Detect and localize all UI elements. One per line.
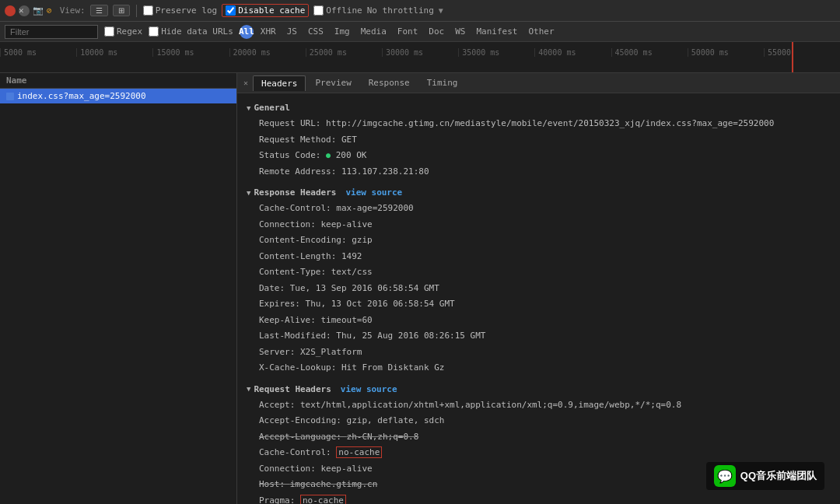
timeline-marker-5: 30000 ms: [382, 48, 458, 57]
no-throttling-text: No throttling: [367, 5, 434, 16]
status-code-key: Status Code:: [259, 150, 326, 160]
resp-content-encoding: Content-Encoding: gzip: [247, 233, 831, 249]
file-list: Name index.css?max_age=2592000: [0, 73, 237, 504]
req-cache-control: Cache-Control: no-cache: [247, 445, 831, 461]
remote-address-key: Remote Address:: [259, 166, 341, 177]
resp-keep-alive: Keep-Alive: timeout=60: [247, 313, 831, 329]
req-accept-encoding-key: Accept-Encoding:: [259, 415, 347, 425]
req-accept-language-val: zh-CN,zh;q=0.8: [347, 432, 419, 442]
clear-icon[interactable]: ✕: [19, 5, 30, 16]
req-cache-control-key: Cache-Control:: [259, 447, 336, 457]
filter-tab-manifest[interactable]: Manifest: [472, 26, 521, 37]
main-area: Name index.css?max_age=2592000 ✕ Headers…: [0, 73, 840, 504]
resp-cache-control-key: Cache-Control:: [259, 203, 336, 213]
req-accept-encoding-val: gzip, deflate, sdch: [347, 415, 445, 425]
tab-timing[interactable]: Timing: [419, 75, 466, 90]
toolbar-separator: [136, 5, 137, 17]
filter-tab-all[interactable]: All: [240, 25, 254, 39]
resp-server: Server: X2S_Platform: [247, 345, 831, 361]
file-icon-0: [6, 93, 14, 100]
filter-tab-doc[interactable]: Doc: [425, 26, 448, 37]
camera-icon[interactable]: 📷: [33, 5, 44, 16]
req-accept-key: Accept:: [259, 400, 300, 410]
disable-cache-checkbox[interactable]: [226, 5, 236, 16]
filter-tab-css[interactable]: CSS: [304, 26, 327, 37]
req-accept-val: text/html,application/xhtml+xml,applicat…: [300, 400, 681, 410]
resp-date-val: Tue, 13 Sep 2016 06:58:54 GMT: [290, 283, 439, 293]
filter-tab-media[interactable]: Media: [357, 26, 390, 37]
section-request-headers-header[interactable]: ▼ Request Headers view source: [247, 381, 831, 397]
section-response-headers-header[interactable]: ▼ Response Headers view source: [247, 184, 831, 201]
resp-content-length: Content-Length: 1492: [247, 249, 831, 265]
tab-preview[interactable]: Preview: [307, 75, 359, 90]
view-label: View:: [60, 5, 86, 16]
offline-checkbox[interactable]: [313, 5, 324, 16]
response-headers-view-source[interactable]: view source: [345, 187, 402, 198]
req-host-val: imgcache.gtimg.cn: [290, 479, 378, 489]
filter-tab-other[interactable]: Other: [524, 26, 558, 37]
request-headers-view-source[interactable]: view source: [341, 384, 397, 394]
hide-data-urls-label[interactable]: Hide data URLs: [149, 26, 233, 37]
filter-tab-js[interactable]: JS: [283, 26, 301, 37]
resp-x-cache-lookup-key: X-Cache-Lookup:: [259, 362, 341, 373]
resp-server-key: Server:: [259, 347, 300, 357]
hide-data-urls-checkbox[interactable]: [149, 26, 159, 37]
req-pragma-val: no-cache: [300, 495, 346, 505]
resp-content-encoding-val: gzip: [352, 235, 373, 245]
offline-label[interactable]: Offline: [313, 5, 362, 16]
filter-bar: Regex Hide data URLs All XHR JS CSS Img …: [0, 22, 840, 42]
resp-content-length-val: 1492: [341, 251, 362, 261]
resp-content-type-key: Content-Type:: [259, 267, 331, 277]
filter-tab-font[interactable]: Font: [394, 26, 422, 37]
general-request-url: Request URL: http://imgcache.gtimg.cn/me…: [247, 116, 831, 132]
watermark: 💬 QQ音乐前端团队: [706, 462, 824, 490]
resp-expires-val: Thu, 13 Oct 2016 06:58:54 GMT: [306, 299, 455, 309]
record-stop-icon[interactable]: [5, 5, 16, 16]
timeline-marker-4: 25000 ms: [306, 48, 382, 57]
watermark-logo: 💬: [714, 465, 736, 487]
req-cache-control-val: no-cache: [336, 446, 382, 458]
req-pragma: Pragma: no-cache: [247, 493, 831, 505]
timeline-marker-8: 45000 ms: [611, 48, 688, 57]
timeline-marker-10: 55000: [764, 48, 840, 57]
toolbar: ✕ 📷 ⊘ View: ☰ ⊞ Preserve log Disable cac…: [0, 0, 840, 22]
resp-content-type-val: text/css: [331, 267, 373, 277]
timeline-red-line: [792, 42, 793, 72]
preserve-log-checkbox[interactable]: [143, 5, 153, 16]
request-method-key: Request Method:: [259, 135, 341, 145]
view-grid-btn[interactable]: ⊞: [113, 5, 130, 16]
filter-input[interactable]: [5, 25, 98, 39]
req-accept-language-key: Accept-Language:: [259, 432, 347, 442]
request-headers-triangle: ▼: [247, 385, 250, 393]
timeline-marker-6: 35000 ms: [458, 48, 534, 57]
filter-icon[interactable]: ⊘: [47, 5, 52, 16]
section-general-header[interactable]: ▼ General: [247, 100, 831, 116]
preserve-log-label[interactable]: Preserve log: [143, 5, 217, 16]
detail-tab-close[interactable]: ✕: [243, 79, 248, 87]
headers-content: ▼ General Request URL: http://imgcache.g…: [237, 93, 840, 504]
filter-tabs: All XHR JS CSS Img Media Font Doc WS Man…: [240, 25, 558, 39]
response-headers-triangle: ▼: [247, 189, 250, 197]
general-triangle: ▼: [247, 104, 250, 112]
req-host-key: Host:: [259, 479, 290, 489]
file-item-0[interactable]: index.css?max_age=2592000: [0, 89, 236, 103]
watermark-text: QQ音乐前端团队: [740, 469, 817, 483]
req-accept-encoding: Accept-Encoding: gzip, deflate, sdch: [247, 413, 831, 429]
regex-label[interactable]: Regex: [104, 26, 142, 37]
resp-cache-control: Cache-Control: max-age=2592000: [247, 201, 831, 217]
timeline-markers: 5000 ms 10000 ms 15000 ms 20000 ms 25000…: [0, 48, 840, 57]
resp-connection: Connection: keep-alive: [247, 217, 831, 233]
detail-tabs: ✕ Headers Preview Response Timing: [237, 73, 840, 93]
filter-tab-ws[interactable]: WS: [451, 26, 469, 37]
throttle-dropdown-icon[interactable]: ▼: [439, 6, 443, 15]
general-remote-address: Remote Address: 113.107.238.21:80: [247, 164, 831, 180]
regex-checkbox[interactable]: [104, 26, 114, 37]
req-accept-language: Accept-Language: zh-CN,zh;q=0.8: [247, 429, 831, 446]
resp-content-length-key: Content-Length:: [259, 251, 341, 261]
tab-headers[interactable]: Headers: [253, 75, 306, 91]
filter-tab-xhr[interactable]: XHR: [257, 26, 280, 37]
view-list-btn[interactable]: ☰: [90, 5, 108, 16]
disable-cache-label[interactable]: Disable cache: [222, 4, 309, 17]
tab-response[interactable]: Response: [361, 75, 418, 90]
filter-tab-img[interactable]: Img: [331, 26, 354, 37]
